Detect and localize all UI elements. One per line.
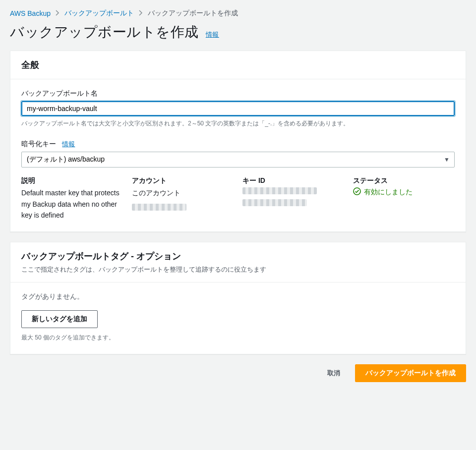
- add-tag-button[interactable]: 新しいタグを追加: [21, 310, 98, 328]
- form-group-encryption-key: 暗号化キー 情報 (デフォルト) aws/backup ▼: [21, 139, 455, 168]
- panel-tags-header: バックアップボールトタグ - オプション ここで指定されたタグは、バックアップボ…: [10, 242, 466, 282]
- kv-description-value: Default master key that protects my Back…: [21, 187, 123, 221]
- key-details-grid: 説明 Default master key that protects my B…: [21, 176, 455, 221]
- page-title-text: バックアップボールトを作成: [10, 24, 199, 40]
- kv-account-label: アカウント: [132, 176, 234, 185]
- chevron-right-icon: [139, 9, 143, 17]
- panel-tags-body: タグがありません。 新しいタグを追加 最大 50 個のタグを追加できます。: [10, 282, 466, 353]
- vault-name-input[interactable]: [21, 101, 455, 116]
- kv-status-value: 有効にしました: [353, 187, 455, 197]
- encryption-key-label: 暗号化キー: [21, 140, 56, 148]
- page-info-link[interactable]: 情報: [206, 31, 219, 38]
- panel-tags-heading: バックアップボールトタグ - オプション: [21, 250, 455, 262]
- form-group-vault-name: バックアップボールト名 バックアップボールト名では大文字と小文字が区別されます。…: [21, 89, 455, 128]
- breadcrumb-current: バックアップボールトを作成: [148, 9, 238, 18]
- kv-key-id-value-redacted: [242, 187, 344, 209]
- panel-general-header: 全般: [10, 51, 466, 79]
- panel-general-body: バックアップボールト名 バックアップボールト名では大文字と小文字が区別されます。…: [10, 79, 466, 231]
- encryption-key-select[interactable]: (デフォルト) aws/backup: [21, 152, 455, 168]
- panel-tags: バックアップボールトタグ - オプション ここで指定されたタグは、バックアップボ…: [10, 242, 466, 354]
- kv-status: ステータス 有効にしました: [353, 176, 455, 221]
- breadcrumb-link-aws-backup[interactable]: AWS Backup: [10, 9, 51, 17]
- breadcrumb: AWS Backup バックアップボールト バックアップボールトを作成: [10, 9, 466, 18]
- kv-account-redacted: [132, 202, 234, 213]
- vault-name-label: バックアップボールト名: [21, 89, 455, 98]
- kv-status-label: ステータス: [353, 176, 455, 185]
- kv-description: 説明 Default master key that protects my B…: [21, 176, 123, 221]
- cancel-button[interactable]: 取消: [317, 365, 350, 382]
- breadcrumb-link-vaults[interactable]: バックアップボールト: [64, 9, 134, 18]
- encryption-key-info-link[interactable]: 情報: [62, 140, 75, 148]
- chevron-right-icon: [56, 9, 60, 17]
- kv-account: アカウント このアカウント: [132, 176, 234, 221]
- kv-key-id-label: キー ID: [242, 176, 344, 185]
- kv-description-label: 説明: [21, 176, 123, 185]
- kv-account-value: このアカウント: [132, 187, 234, 198]
- panel-general-heading: 全般: [21, 59, 455, 71]
- kv-key-id: キー ID: [242, 176, 344, 221]
- vault-name-help: バックアップボールト名では大文字と小文字が区別されます。2～50 文字の英数字ま…: [21, 119, 455, 128]
- panel-tags-subtitle: ここで指定されたタグは、バックアップボールトを整理して追跡するのに役立ちます: [21, 265, 455, 274]
- kv-status-text: 有効にしました: [364, 188, 413, 197]
- page-actions: 取消 バックアップボールトを作成: [10, 364, 466, 382]
- tags-empty-text: タグがありません。: [21, 292, 455, 301]
- check-circle-icon: [353, 187, 361, 197]
- page-title: バックアップボールトを作成 情報: [10, 23, 466, 42]
- tags-limit-help: 最大 50 個のタグを追加できます。: [21, 333, 455, 342]
- panel-general: 全般 バックアップボールト名 バックアップボールト名では大文字と小文字が区別され…: [10, 51, 466, 232]
- create-vault-button[interactable]: バックアップボールトを作成: [355, 364, 466, 382]
